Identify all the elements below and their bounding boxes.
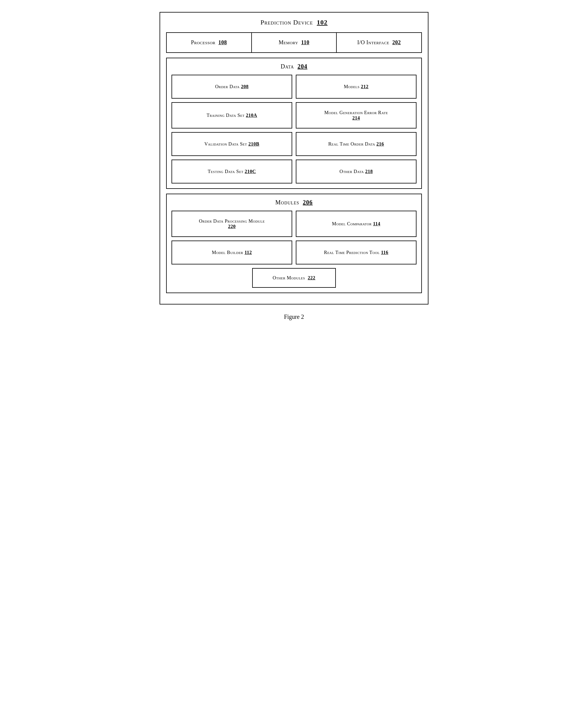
other-data-num: 218 (365, 169, 373, 174)
memory-cell: Memory 110 (252, 33, 337, 52)
data-num: 204 (298, 63, 307, 70)
order-proc-num: 220 (228, 224, 236, 229)
data-section-title: Data 204 (172, 63, 416, 70)
validation-data-cell: Validation Data Set 210B (172, 132, 292, 156)
order-data-num: 208 (241, 84, 249, 90)
real-time-order-label: Real Time Order Data (328, 141, 375, 147)
data-label: Data (281, 63, 294, 70)
modules-section-title: Modules 206 (172, 199, 416, 206)
memory-label: Memory (279, 40, 298, 45)
other-modules-label: Other Modules (273, 275, 305, 280)
real-time-prediction-cell: Real Time Prediction Tool 116 (296, 241, 416, 265)
model-builder-num: 112 (244, 250, 252, 255)
page-wrapper: Prediction Device 102 Processor 108 Memo… (160, 12, 428, 320)
order-data-processing-cell: Order Data Processing Module 220 (172, 211, 292, 237)
validation-data-num: 210B (248, 141, 259, 147)
figure-caption: Figure 2 (284, 313, 304, 320)
other-data-label: Other Data (339, 169, 364, 174)
processor-num: 108 (219, 40, 227, 45)
training-data-label: Training Data Set (207, 113, 244, 118)
processor-cell: Processor 108 (167, 33, 252, 52)
modules-section: Modules 206 Order Data Processing Module… (166, 194, 422, 293)
validation-data-label: Validation Data Set (204, 141, 247, 147)
other-modules-row: Other Modules 222 (172, 268, 416, 288)
outer-title: Prediction Device 102 (166, 18, 422, 26)
testing-data-label: Testing Data Set (208, 169, 243, 174)
io-label: I/O Interface (357, 40, 389, 45)
model-gen-error-label: Model Generation Error Rate (325, 110, 388, 115)
real-time-order-num: 216 (376, 141, 384, 147)
other-modules-num: 222 (308, 275, 315, 280)
order-data-cell: Order Data 208 (172, 75, 292, 99)
models-num: 212 (361, 84, 369, 90)
processor-label: Processor (191, 40, 216, 45)
training-data-cell: Training Data Set 210A (172, 102, 292, 128)
model-comparator-label: Model Comparator (332, 221, 372, 227)
training-data-num: 210A (246, 113, 257, 118)
modules-grid: Order Data Processing Module 220 Model C… (172, 211, 416, 265)
model-gen-error-num: 214 (352, 115, 360, 120)
model-comparator-num: 114 (373, 221, 380, 227)
modules-label: Modules (275, 199, 299, 206)
model-builder-label: Model Builder (212, 250, 243, 255)
io-interface-cell: I/O Interface 202 (337, 33, 421, 52)
outer-title-num: 102 (317, 18, 328, 26)
real-time-order-data-cell: Real Time Order Data 216 (296, 132, 416, 156)
outer-box: Prediction Device 102 Processor 108 Memo… (160, 12, 428, 304)
memory-num: 110 (301, 40, 309, 45)
top-row: Processor 108 Memory 110 I/O Interface 2… (166, 32, 422, 53)
real-time-prediction-label: Real Time Prediction Tool (324, 250, 379, 255)
data-section: Data 204 Order Data 208 Models 212 Train… (166, 58, 422, 189)
data-grid: Order Data 208 Models 212 Training Data … (172, 75, 416, 183)
order-proc-content: Order Data Processing Module 220 (199, 219, 265, 229)
other-data-cell: Other Data 218 (296, 160, 416, 183)
io-num: 202 (392, 40, 401, 45)
testing-data-cell: Testing Data Set 210C (172, 160, 292, 183)
model-gen-error-cell: Model Generation Error Rate 214 (296, 102, 416, 128)
testing-data-num: 210C (245, 169, 256, 174)
modules-num: 206 (303, 199, 313, 206)
real-time-prediction-num: 116 (381, 250, 389, 255)
models-cell: Models 212 (296, 75, 416, 99)
order-proc-label: Order Data Processing Module (199, 219, 265, 224)
model-builder-cell: Model Builder 112 (172, 241, 292, 265)
other-modules-cell: Other Modules 222 (252, 268, 336, 288)
models-label: Models (344, 84, 360, 90)
outer-title-text: Prediction Device (260, 18, 313, 26)
model-comparator-cell: Model Comparator 114 (296, 211, 416, 237)
order-data-label: Order Data (215, 84, 240, 90)
model-gen-error-content: Model Generation Error Rate 214 (325, 110, 388, 121)
